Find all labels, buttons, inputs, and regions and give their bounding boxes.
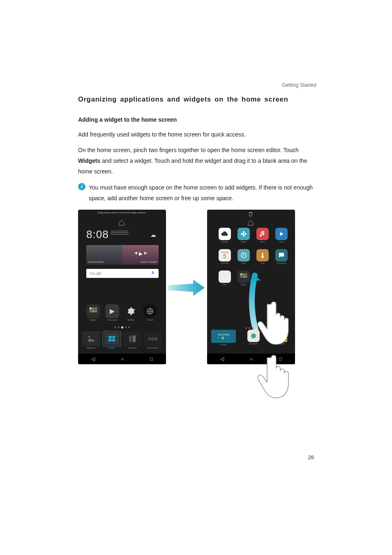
- trash-icon: [247, 211, 254, 218]
- app-grid-item: Music: [255, 228, 270, 247]
- media-widget-left-caption: Choose an album: [88, 261, 104, 263]
- app-row: Widgets ▶ Video player Settings Inte: [86, 304, 159, 323]
- illustration: Drag empty area to move this page positi…: [78, 210, 308, 391]
- microphone-icon: [150, 271, 155, 276]
- widget-slot-2: Bookmark: [244, 330, 263, 345]
- flower-icon: [238, 228, 250, 240]
- svg-rect-9: [133, 335, 136, 342]
- widget-fm: 102.8 MHz ‹ ⏻ › FM radio: [211, 330, 236, 346]
- info-note: i You must have enough space on the home…: [78, 182, 316, 204]
- svg-rect-5: [95, 310, 97, 312]
- transitions-preview-icon: [123, 331, 141, 346]
- app-caption: Folder: [241, 284, 247, 286]
- cloud-icon: ☁: [150, 231, 156, 238]
- widgets-preview-icon: [103, 331, 121, 346]
- svg-rect-1: [92, 308, 95, 310]
- paragraph-2b: and select a widget. Touch and hold the …: [78, 157, 307, 175]
- home-outline-icon: [117, 220, 126, 227]
- app-caption: Clock: [241, 262, 246, 264]
- grid-icon: [238, 271, 250, 283]
- app-folder: Widgets: [86, 304, 100, 323]
- app-grid-item: Folder: [236, 271, 251, 290]
- nav-back-icon: ◁: [220, 356, 224, 362]
- svg-rect-8: [129, 335, 132, 342]
- page-content: Getting Started Organizing applications …: [78, 82, 316, 391]
- editor-slot-wallpapers: Wallpapers: [82, 331, 100, 354]
- svg-rect-19: [240, 273, 242, 275]
- nav-recent-icon: □: [279, 356, 282, 362]
- svg-rect-17: [262, 253, 263, 256]
- svg-rect-23: [243, 275, 245, 278]
- media-widget-left: Choose an album: [86, 245, 122, 265]
- page-dots: [78, 326, 166, 328]
- fm-widget-icon: 102.8 MHz ‹ ⏻ ›: [211, 330, 236, 343]
- app-grid: WeatherGalleryMusicVideoTuesday5Calendar…: [217, 228, 289, 290]
- phone-right: WeatherGalleryMusicVideoTuesday5Calendar…: [207, 210, 295, 364]
- section-title: Organizing applications and widgets on t…: [78, 95, 316, 103]
- svg-point-14: [244, 233, 247, 235]
- svg-point-11: [243, 231, 245, 233]
- media-widget: Choose an album ◀▶▶ Dream It Possible: [86, 245, 159, 265]
- nav-home-icon: ○: [250, 356, 253, 362]
- app-grid-item: Tools: [255, 249, 270, 269]
- cal5-icon: Tuesday5: [219, 249, 231, 261]
- page-number: 28: [308, 454, 314, 460]
- transition-arrow-icon: [168, 275, 205, 300]
- app-grid-item: Gallery: [236, 228, 251, 247]
- paragraph-1: Add frequently used widgets to the home …: [78, 130, 316, 140]
- google-search-widget: Google: [86, 269, 159, 278]
- app-caption: Music: [260, 241, 265, 243]
- info-note-text: You must have enough space on the home s…: [89, 182, 316, 204]
- clock-widget: 8:08 ☁: [86, 229, 159, 241]
- phone-left: Drag empty area to move this page positi…: [78, 210, 166, 364]
- fm-controls-icon: ‹ ⏻ ›: [218, 336, 229, 339]
- svg-point-26: [251, 333, 256, 338]
- nav-bar: ◁ ○ □: [78, 354, 166, 364]
- svg-rect-2: [95, 308, 97, 310]
- editor-slot-more: ○○○ More settings: [144, 331, 162, 354]
- app-caption: Downloads: [277, 262, 286, 264]
- app-grid-item: Files: [217, 271, 233, 290]
- cloud-icon: [219, 228, 231, 240]
- svg-point-12: [243, 235, 245, 237]
- more-settings-icon: ○○○: [144, 331, 162, 346]
- svg-rect-4: [92, 310, 95, 312]
- app-caption: Files: [223, 284, 227, 286]
- widget-preview-icon: [247, 330, 260, 342]
- svg-rect-22: [240, 275, 242, 278]
- svg-rect-20: [243, 273, 245, 275]
- media-controls-icon: ◀▶▶: [134, 251, 147, 257]
- nav-bar: ◁ ○ □: [207, 354, 295, 364]
- app-grid-item: Tuesday5Calendar: [217, 249, 233, 269]
- home-outline-icon: [246, 220, 255, 227]
- svg-rect-3: [90, 310, 92, 312]
- page-dots: [207, 327, 295, 329]
- thermo-icon: [256, 249, 269, 261]
- editor-slot-widgets: Widgets: [103, 331, 121, 354]
- paragraph-2-bold: Widgets: [78, 157, 100, 164]
- music-icon: [256, 228, 269, 240]
- editor-slot-transitions: Transitions: [123, 331, 141, 354]
- svg-rect-21: [245, 273, 247, 275]
- media-widget-right: ◀▶▶ Dream It Possible: [122, 245, 159, 265]
- info-icon: i: [78, 183, 85, 190]
- left-hint-banner: Drag empty area to move this page positi…: [82, 211, 162, 214]
- nav-home-icon: ○: [121, 356, 124, 362]
- svg-point-7: [88, 336, 90, 337]
- editor-widget-bar: Wallpapers Widgets: [82, 331, 162, 354]
- weather-lines-icon: [111, 231, 129, 239]
- svg-rect-0: [90, 308, 92, 310]
- google-logo: Google: [90, 271, 101, 275]
- wallpaper-preview-icon: [82, 331, 100, 346]
- subsection-title: Adding a widget to the home screen: [78, 116, 316, 123]
- app-browser: Internet: [143, 304, 157, 323]
- app-caption: Tools: [261, 262, 265, 264]
- svg-marker-10: [168, 280, 205, 296]
- svg-point-13: [241, 233, 243, 235]
- play-icon: [275, 228, 288, 240]
- paragraph-2: On the home screen, pinch two fingers to…: [78, 145, 316, 177]
- app-caption: Calendar: [221, 262, 228, 264]
- widget-slot-3: Bookmark: [271, 330, 291, 345]
- running-head: Getting Started: [78, 82, 316, 88]
- widget-shelf: 102.8 MHz ‹ ⏻ › FM radio Bookmark Bookma: [211, 330, 291, 354]
